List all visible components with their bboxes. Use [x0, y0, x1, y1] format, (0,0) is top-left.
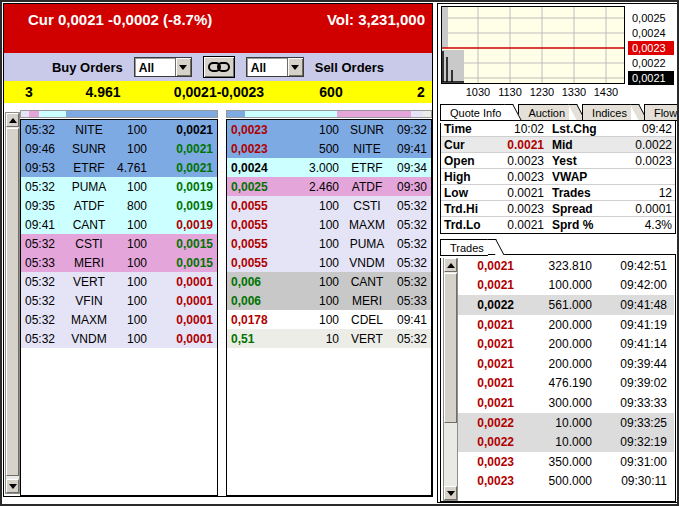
trade-row[interactable]: 0,0021100.00009:42:00	[458, 276, 674, 296]
tab-auction[interactable]: Auction	[518, 104, 569, 121]
current-price-text: Cur 0,0021 -0,0002 (-8.7%)	[28, 11, 212, 28]
trade-row[interactable]: 0,0021200.00009:41:19	[458, 315, 674, 335]
buy-order-row[interactable]: 05:32CSTI1000,0015	[21, 234, 217, 253]
scroll-down-button[interactable]	[444, 486, 457, 500]
buy-filter-dropdown[interactable]: All	[134, 57, 192, 77]
buy-order-row[interactable]: 05:32NITE1000,0021	[21, 120, 217, 139]
sell-order-row[interactable]: 0,006100CANT05:32	[227, 272, 431, 291]
order-qty: 100	[291, 275, 345, 289]
sell-order-row[interactable]: 0,00252.460ATDF09:30	[227, 177, 431, 196]
buy-order-row[interactable]: 05:33MERI1000,0015	[21, 253, 217, 272]
scroll-down-button[interactable]	[6, 479, 19, 493]
quote-info-row: Open0.0023Yest0.0023	[441, 153, 675, 169]
trades-tab-label: Trades	[450, 242, 484, 254]
sell-filter-dropdown-button[interactable]	[287, 58, 303, 76]
buy-order-row[interactable]: 05:32PUMA1000,0019	[21, 177, 217, 196]
tab-label: Flow	[654, 107, 677, 119]
sell-order-row[interactable]: 0,0178100CDEL09:41	[227, 310, 431, 329]
trades-panel: 0,0021323.81009:42:510,0021100.00009:42:…	[440, 254, 676, 502]
x-tick-label: 1030	[462, 86, 494, 98]
order-book-panel: Cur 0,0021 -0,0002 (-8.7%) Vol: 3,231,00…	[3, 3, 433, 497]
order-price: 0,0024	[231, 161, 291, 175]
order-qty: 100	[115, 332, 157, 346]
sell-order-row[interactable]: 0,5110VERT05:32	[227, 329, 431, 348]
order-price: 0,0019	[157, 199, 213, 213]
depth-segment	[411, 111, 423, 117]
trade-volume: 200.000	[514, 337, 592, 351]
order-symbol: ETRF	[345, 161, 389, 175]
sell-filter-dropdown[interactable]: All	[246, 57, 304, 77]
order-symbol: MAXM	[63, 313, 115, 327]
chevron-down-icon	[179, 65, 187, 70]
order-time: 05:32	[25, 294, 63, 308]
order-time: 09:34	[389, 161, 427, 175]
order-time: 09:41	[25, 218, 63, 232]
quote-info-row: High0.0023VWAP	[441, 169, 675, 185]
sell-order-row[interactable]: 0,00243.000ETRF09:34	[227, 158, 431, 177]
order-qty: 100	[115, 142, 157, 156]
depth-segment	[29, 111, 39, 117]
trade-row[interactable]: 0,002210.00009:32:19	[458, 432, 674, 452]
trade-row[interactable]: 0,0021200.00009:39:44	[458, 354, 674, 374]
quote-value: 0.0023	[489, 202, 544, 216]
trade-row[interactable]: 0,0021300.00009:33:33	[458, 393, 674, 413]
sell-orders-label: Sell Orders	[315, 60, 384, 75]
tab-indices[interactable]: Indices	[582, 104, 631, 121]
price-chart-svg	[442, 7, 624, 83]
scroll-up-button[interactable]	[444, 258, 457, 272]
quote-info-row: Time10:02Lst.Chg09:42	[441, 121, 675, 137]
buy-filter-dropdown-button[interactable]	[175, 58, 191, 76]
scroll-up-button[interactable]	[6, 113, 19, 127]
order-time: 05:32	[25, 180, 63, 194]
buy-order-row[interactable]: 05:32VERT1000,0001	[21, 272, 217, 291]
quote-info-row: Trd.Hi0.0023Spread0.0001	[441, 201, 675, 217]
sell-order-row[interactable]: 0,0055100VNDM05:32	[227, 253, 431, 272]
buy-order-row[interactable]: 05:32VNDM1000,0001	[21, 329, 217, 348]
trade-row[interactable]: 0,0021200.00009:41:14	[458, 334, 674, 354]
trades-scrollbar[interactable]	[443, 257, 458, 501]
y-tick-label: 0,0025	[628, 11, 674, 25]
tab-flow[interactable]: Flow	[644, 104, 678, 121]
trade-time: 09:39:44	[592, 357, 674, 371]
trade-row[interactable]: 0,0022561.00009:41:48	[458, 295, 674, 315]
order-price: 0,0055	[231, 256, 291, 270]
buy-order-row[interactable]: 09:53ETRF4.7610,0021	[21, 158, 217, 177]
link-sides-button[interactable]	[203, 56, 235, 78]
order-time: 05:32	[389, 237, 427, 251]
scrollbar-thumb[interactable]	[444, 273, 457, 423]
trade-row[interactable]: 0,002210.00009:33:25	[458, 413, 674, 433]
sell-order-row[interactable]: 0,0023100SUNR09:32	[227, 120, 431, 139]
sell-order-row[interactable]: 0,0023500NITE09:41	[227, 139, 431, 158]
chart-volume-block	[442, 50, 464, 82]
trade-row[interactable]: 0,0023500.00009:30:11	[458, 472, 674, 492]
tab-quote-info[interactable]: Quote Info	[440, 104, 505, 121]
trade-time: 09:41:14	[592, 337, 674, 351]
trade-time: 09:31:00	[592, 455, 674, 469]
quote-label: Low	[441, 186, 489, 200]
order-qty: 100	[115, 294, 157, 308]
tab-trades[interactable]: Trades	[440, 239, 488, 256]
buy-order-row[interactable]: 05:32VFIN1000,0001	[21, 291, 217, 310]
buy-order-row[interactable]: 09:46SUNR1000,0021	[21, 139, 217, 158]
order-qty: 100	[291, 199, 345, 213]
scrollbar-thumb[interactable]	[6, 128, 19, 476]
sell-order-row[interactable]: 0,0055100PUMA05:32	[227, 234, 431, 253]
trade-price: 0,0021	[458, 337, 514, 351]
quote-side-panel: 10301130123013301430 0,00250,00240,00230…	[437, 3, 678, 503]
buy-order-row[interactable]: 09:41CANT1000,0019	[21, 215, 217, 234]
trade-volume: 200.000	[514, 357, 592, 371]
order-book-scrollbar[interactable]	[5, 112, 20, 494]
trade-row[interactable]: 0,0021323.81009:42:51	[458, 256, 674, 276]
order-filter-toolbar: Buy Orders All All Sell Orders	[4, 53, 432, 81]
quote-label: High	[441, 170, 489, 184]
trade-row[interactable]: 0,0021476.19009:39:02	[458, 374, 674, 394]
order-price: 0,0001	[157, 313, 213, 327]
sell-order-row[interactable]: 0,006100MERI05:33	[227, 291, 431, 310]
sell-order-row[interactable]: 0,0055100MAXM05:32	[227, 215, 431, 234]
buy-order-row[interactable]: 09:35ATDF8000,0019	[21, 196, 217, 215]
trade-row[interactable]: 0,0023350.00009:31:00	[458, 452, 674, 472]
order-time: 09:35	[25, 199, 63, 213]
buy-order-row[interactable]: 05:32MAXM1000,0001	[21, 310, 217, 329]
sell-order-row[interactable]: 0,0055100CSTI05:32	[227, 196, 431, 215]
tab-label: Quote Info	[450, 107, 501, 119]
